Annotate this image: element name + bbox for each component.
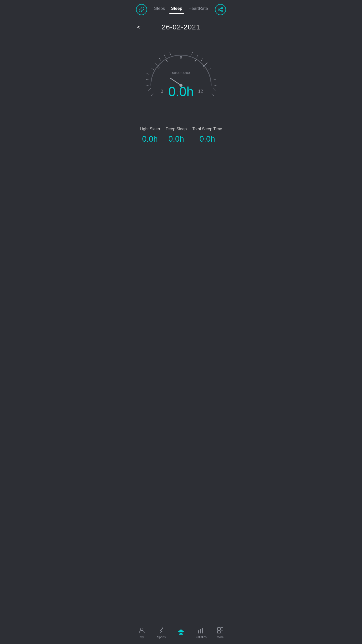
gauge-label-3: 3 [157,64,160,69]
navigation-tabs: Steps Sleep HeartRate [154,6,208,13]
stat-total-sleep: Total Sleep Time 0.0h [192,127,222,144]
svg-line-20 [214,79,216,80]
link-icon-button[interactable] [136,4,147,15]
light-sleep-label: Light Sleep [140,127,160,131]
deep-sleep-value: 0.0h [168,134,184,144]
gauge-value: 0.0h [168,84,194,99]
svg-line-4 [220,8,221,9]
tick-3 [166,59,167,62]
svg-line-13 [164,55,166,58]
date-display: 26-02-2021 [162,23,200,31]
deep-sleep-label: Deep Sleep [166,127,187,131]
total-sleep-label: Total Sleep Time [192,127,222,131]
gauge-label-12: 12 [198,89,203,94]
back-arrow-button[interactable]: < [137,24,141,31]
svg-line-23 [211,94,214,96]
gauge-label-0: 0 [161,89,163,94]
svg-line-17 [201,58,203,61]
svg-line-18 [205,63,208,65]
svg-line-8 [146,79,149,80]
tab-heartrate[interactable]: HeartRate [189,6,208,13]
sleep-gauge: 3 6 9 0 12 00:00-00:00 0.0h [132,36,230,92]
date-row: < 26-02-2021 [132,15,230,36]
header: Steps Sleep HeartRate [132,0,230,15]
tick-9 [195,59,196,62]
svg-line-11 [155,63,157,65]
svg-line-22 [213,88,216,91]
gauge-label-6: 6 [180,55,182,60]
svg-line-19 [209,68,211,70]
stat-deep-sleep: Deep Sleep 0.0h [166,127,187,144]
svg-line-3 [220,10,221,11]
svg-line-16 [197,55,198,58]
stat-light-sleep: Light Sleep 0.0h [140,127,160,144]
svg-line-21 [214,85,216,86]
svg-line-9 [147,73,150,74]
tab-steps[interactable]: Steps [154,6,165,13]
svg-line-14 [170,52,171,55]
svg-line-15 [192,52,193,55]
tab-sleep[interactable]: Sleep [171,6,182,13]
gauge-wrapper: 3 6 9 0 12 00:00-00:00 0.0h [143,41,219,92]
svg-line-7 [147,85,149,86]
gauge-label-9: 9 [203,64,205,69]
sleep-stats: Light Sleep 0.0h Deep Sleep 0.0h Total S… [132,112,230,151]
svg-line-12 [159,58,161,61]
svg-line-10 [151,68,154,70]
svg-line-6 [148,88,151,91]
light-sleep-value: 0.0h [142,134,158,144]
svg-line-5 [151,94,154,96]
share-icon-button[interactable] [215,4,226,15]
total-sleep-value: 0.0h [199,134,215,144]
gauge-time-range: 00:00-00:00 [172,71,190,75]
